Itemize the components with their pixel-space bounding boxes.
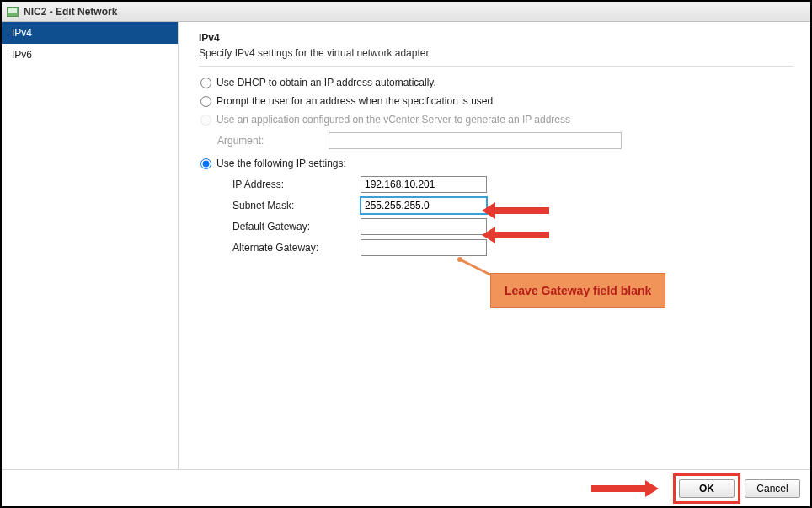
panel-heading: IPv4 (199, 32, 793, 44)
radio-static[interactable] (200, 158, 211, 169)
subnet-mask-label: Subnet Mask: (232, 200, 361, 211)
subnet-mask-row: Subnet Mask: (232, 197, 793, 214)
divider (199, 66, 793, 67)
radio-dhcp-row[interactable]: Use DHCP to obtain an IP address automat… (200, 77, 793, 88)
argument-row: Argument: (217, 132, 793, 149)
ip-address-label: IP Address: (232, 179, 361, 190)
radio-app-label: Use an application configured on the vCe… (216, 114, 570, 126)
radio-prompt-row[interactable]: Prompt the user for an address when the … (200, 95, 793, 107)
alternate-gateway-row: Alternate Gateway: (232, 239, 793, 256)
alternate-gateway-label: Alternate Gateway: (232, 242, 361, 254)
default-gateway-row: Default Gateway: (232, 218, 793, 235)
sidebar-item-label: IPv4 (12, 27, 32, 39)
sidebar: IPv4 IPv6 (2, 22, 179, 469)
svg-line-2 (460, 259, 510, 285)
argument-input (329, 132, 622, 149)
ip-address-input[interactable] (361, 176, 487, 193)
app-icon (7, 7, 19, 17)
svg-point-3 (457, 257, 462, 262)
subnet-mask-input[interactable] (361, 197, 487, 214)
svg-rect-1 (8, 8, 17, 13)
annotation-callout-text: Leave Gateway field blank (505, 284, 651, 297)
default-gateway-label: Default Gateway: (232, 221, 361, 233)
panel-subheading: Specify IPv4 settings for the virtual ne… (199, 47, 793, 59)
footer: OK Cancel (2, 469, 810, 506)
main-panel: IPv4 Specify IPv4 settings for the virtu… (179, 22, 810, 469)
default-gateway-input[interactable] (361, 218, 487, 235)
sidebar-item-ipv6[interactable]: IPv6 (2, 44, 178, 66)
ip-address-row: IP Address: (232, 176, 793, 193)
sidebar-item-label: IPv6 (12, 49, 32, 61)
annotation-arrow-ok (591, 480, 659, 497)
alternate-gateway-input[interactable] (361, 239, 487, 256)
dialog-window: NIC2 - Edit Network IPv4 IPv6 IPv4 Speci… (0, 0, 812, 508)
ok-button[interactable]: OK (679, 479, 735, 498)
annotation-callout: Leave Gateway field blank (490, 273, 665, 308)
radio-static-label: Use the following IP settings: (216, 158, 346, 169)
argument-label: Argument: (217, 135, 329, 147)
radio-dhcp[interactable] (200, 78, 211, 88)
cancel-button[interactable]: Cancel (745, 479, 800, 498)
radio-static-row[interactable]: Use the following IP settings: (200, 158, 793, 169)
radio-prompt[interactable] (200, 96, 211, 107)
annotation-callout-pointer (457, 256, 516, 288)
window-title: NIC2 - Edit Network (24, 6, 117, 18)
radio-app (200, 115, 211, 126)
radio-dhcp-label: Use DHCP to obtain an IP address automat… (216, 77, 436, 88)
radio-prompt-label: Prompt the user for an address when the … (216, 95, 493, 107)
radio-app-row: Use an application configured on the vCe… (200, 114, 793, 126)
sidebar-item-ipv4[interactable]: IPv4 (2, 22, 178, 44)
titlebar: NIC2 - Edit Network (2, 2, 810, 22)
